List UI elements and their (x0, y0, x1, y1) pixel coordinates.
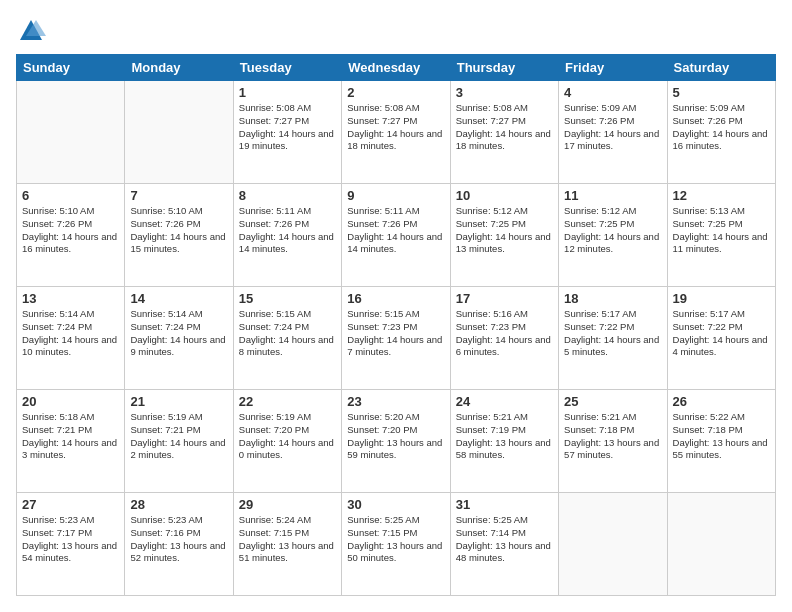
day-number: 9 (347, 188, 444, 203)
calendar-cell: 24Sunrise: 5:21 AM Sunset: 7:19 PM Dayli… (450, 390, 558, 493)
cell-info: Sunrise: 5:17 AM Sunset: 7:22 PM Dayligh… (673, 308, 770, 359)
calendar-cell: 28Sunrise: 5:23 AM Sunset: 7:16 PM Dayli… (125, 493, 233, 596)
cell-info: Sunrise: 5:25 AM Sunset: 7:15 PM Dayligh… (347, 514, 444, 565)
calendar-cell: 22Sunrise: 5:19 AM Sunset: 7:20 PM Dayli… (233, 390, 341, 493)
day-number: 14 (130, 291, 227, 306)
calendar-header-row: SundayMondayTuesdayWednesdayThursdayFrid… (17, 55, 776, 81)
day-number: 3 (456, 85, 553, 100)
calendar-cell: 17Sunrise: 5:16 AM Sunset: 7:23 PM Dayli… (450, 287, 558, 390)
calendar-cell (667, 493, 775, 596)
calendar-cell: 11Sunrise: 5:12 AM Sunset: 7:25 PM Dayli… (559, 184, 667, 287)
cell-info: Sunrise: 5:08 AM Sunset: 7:27 PM Dayligh… (347, 102, 444, 153)
calendar-cell: 16Sunrise: 5:15 AM Sunset: 7:23 PM Dayli… (342, 287, 450, 390)
day-number: 27 (22, 497, 119, 512)
calendar-cell: 29Sunrise: 5:24 AM Sunset: 7:15 PM Dayli… (233, 493, 341, 596)
calendar-cell: 9Sunrise: 5:11 AM Sunset: 7:26 PM Daylig… (342, 184, 450, 287)
day-header-friday: Friday (559, 55, 667, 81)
cell-info: Sunrise: 5:15 AM Sunset: 7:24 PM Dayligh… (239, 308, 336, 359)
cell-info: Sunrise: 5:10 AM Sunset: 7:26 PM Dayligh… (22, 205, 119, 256)
day-number: 17 (456, 291, 553, 306)
header (16, 16, 776, 46)
calendar-cell (17, 81, 125, 184)
day-header-sunday: Sunday (17, 55, 125, 81)
cell-info: Sunrise: 5:25 AM Sunset: 7:14 PM Dayligh… (456, 514, 553, 565)
day-number: 30 (347, 497, 444, 512)
cell-info: Sunrise: 5:24 AM Sunset: 7:15 PM Dayligh… (239, 514, 336, 565)
calendar-cell: 21Sunrise: 5:19 AM Sunset: 7:21 PM Dayli… (125, 390, 233, 493)
day-number: 7 (130, 188, 227, 203)
day-number: 24 (456, 394, 553, 409)
cell-info: Sunrise: 5:14 AM Sunset: 7:24 PM Dayligh… (22, 308, 119, 359)
day-number: 13 (22, 291, 119, 306)
calendar-cell: 27Sunrise: 5:23 AM Sunset: 7:17 PM Dayli… (17, 493, 125, 596)
day-number: 10 (456, 188, 553, 203)
cell-info: Sunrise: 5:14 AM Sunset: 7:24 PM Dayligh… (130, 308, 227, 359)
day-number: 23 (347, 394, 444, 409)
day-number: 15 (239, 291, 336, 306)
day-number: 25 (564, 394, 661, 409)
cell-info: Sunrise: 5:12 AM Sunset: 7:25 PM Dayligh… (564, 205, 661, 256)
day-number: 28 (130, 497, 227, 512)
calendar-cell: 12Sunrise: 5:13 AM Sunset: 7:25 PM Dayli… (667, 184, 775, 287)
calendar-cell: 1Sunrise: 5:08 AM Sunset: 7:27 PM Daylig… (233, 81, 341, 184)
cell-info: Sunrise: 5:15 AM Sunset: 7:23 PM Dayligh… (347, 308, 444, 359)
calendar-cell: 5Sunrise: 5:09 AM Sunset: 7:26 PM Daylig… (667, 81, 775, 184)
day-number: 29 (239, 497, 336, 512)
day-number: 31 (456, 497, 553, 512)
week-row-1: 1Sunrise: 5:08 AM Sunset: 7:27 PM Daylig… (17, 81, 776, 184)
calendar-cell: 2Sunrise: 5:08 AM Sunset: 7:27 PM Daylig… (342, 81, 450, 184)
calendar-cell: 6Sunrise: 5:10 AM Sunset: 7:26 PM Daylig… (17, 184, 125, 287)
day-header-saturday: Saturday (667, 55, 775, 81)
calendar-cell: 30Sunrise: 5:25 AM Sunset: 7:15 PM Dayli… (342, 493, 450, 596)
cell-info: Sunrise: 5:11 AM Sunset: 7:26 PM Dayligh… (347, 205, 444, 256)
calendar-cell: 20Sunrise: 5:18 AM Sunset: 7:21 PM Dayli… (17, 390, 125, 493)
day-number: 16 (347, 291, 444, 306)
day-number: 2 (347, 85, 444, 100)
cell-info: Sunrise: 5:11 AM Sunset: 7:26 PM Dayligh… (239, 205, 336, 256)
calendar-cell: 3Sunrise: 5:08 AM Sunset: 7:27 PM Daylig… (450, 81, 558, 184)
cell-info: Sunrise: 5:13 AM Sunset: 7:25 PM Dayligh… (673, 205, 770, 256)
day-number: 5 (673, 85, 770, 100)
day-number: 22 (239, 394, 336, 409)
page: SundayMondayTuesdayWednesdayThursdayFrid… (0, 0, 792, 612)
cell-info: Sunrise: 5:23 AM Sunset: 7:17 PM Dayligh… (22, 514, 119, 565)
calendar-cell: 8Sunrise: 5:11 AM Sunset: 7:26 PM Daylig… (233, 184, 341, 287)
day-header-wednesday: Wednesday (342, 55, 450, 81)
calendar-cell: 31Sunrise: 5:25 AM Sunset: 7:14 PM Dayli… (450, 493, 558, 596)
day-number: 4 (564, 85, 661, 100)
calendar-cell (125, 81, 233, 184)
calendar-cell: 10Sunrise: 5:12 AM Sunset: 7:25 PM Dayli… (450, 184, 558, 287)
day-number: 6 (22, 188, 119, 203)
calendar-cell: 23Sunrise: 5:20 AM Sunset: 7:20 PM Dayli… (342, 390, 450, 493)
day-number: 1 (239, 85, 336, 100)
cell-info: Sunrise: 5:19 AM Sunset: 7:21 PM Dayligh… (130, 411, 227, 462)
calendar-cell: 13Sunrise: 5:14 AM Sunset: 7:24 PM Dayli… (17, 287, 125, 390)
cell-info: Sunrise: 5:12 AM Sunset: 7:25 PM Dayligh… (456, 205, 553, 256)
calendar-cell: 4Sunrise: 5:09 AM Sunset: 7:26 PM Daylig… (559, 81, 667, 184)
calendar-cell: 19Sunrise: 5:17 AM Sunset: 7:22 PM Dayli… (667, 287, 775, 390)
calendar-cell: 7Sunrise: 5:10 AM Sunset: 7:26 PM Daylig… (125, 184, 233, 287)
calendar-cell: 15Sunrise: 5:15 AM Sunset: 7:24 PM Dayli… (233, 287, 341, 390)
day-number: 11 (564, 188, 661, 203)
day-number: 18 (564, 291, 661, 306)
cell-info: Sunrise: 5:16 AM Sunset: 7:23 PM Dayligh… (456, 308, 553, 359)
calendar-cell: 26Sunrise: 5:22 AM Sunset: 7:18 PM Dayli… (667, 390, 775, 493)
day-number: 21 (130, 394, 227, 409)
day-number: 12 (673, 188, 770, 203)
calendar-table: SundayMondayTuesdayWednesdayThursdayFrid… (16, 54, 776, 596)
day-number: 20 (22, 394, 119, 409)
cell-info: Sunrise: 5:19 AM Sunset: 7:20 PM Dayligh… (239, 411, 336, 462)
calendar-cell: 18Sunrise: 5:17 AM Sunset: 7:22 PM Dayli… (559, 287, 667, 390)
cell-info: Sunrise: 5:09 AM Sunset: 7:26 PM Dayligh… (673, 102, 770, 153)
calendar-cell (559, 493, 667, 596)
cell-info: Sunrise: 5:09 AM Sunset: 7:26 PM Dayligh… (564, 102, 661, 153)
cell-info: Sunrise: 5:22 AM Sunset: 7:18 PM Dayligh… (673, 411, 770, 462)
logo (16, 16, 50, 46)
cell-info: Sunrise: 5:17 AM Sunset: 7:22 PM Dayligh… (564, 308, 661, 359)
day-number: 19 (673, 291, 770, 306)
day-header-tuesday: Tuesday (233, 55, 341, 81)
cell-info: Sunrise: 5:23 AM Sunset: 7:16 PM Dayligh… (130, 514, 227, 565)
week-row-3: 13Sunrise: 5:14 AM Sunset: 7:24 PM Dayli… (17, 287, 776, 390)
week-row-4: 20Sunrise: 5:18 AM Sunset: 7:21 PM Dayli… (17, 390, 776, 493)
day-header-monday: Monday (125, 55, 233, 81)
